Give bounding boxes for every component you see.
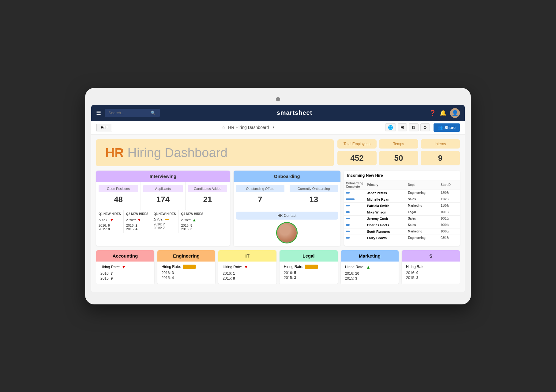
onboarding-panel: Onboarding Outstanding Offers 7 Currentl…	[234, 171, 340, 246]
hr-contact-label: HR Contact	[277, 213, 296, 218]
dept-legal-header: Legal	[280, 250, 338, 262]
edit-button[interactable]: Edit	[96, 124, 112, 131]
dept-marketing-body: Hiring Rate: ▲ 2016: 10 2015: 3	[341, 262, 399, 284]
name-cell: Jeremy Cook	[365, 215, 406, 222]
dept-engineering-body: Hiring Rate: 2016: 3 2015: 4	[157, 262, 216, 284]
candidates-added-label: Candidates Added	[188, 185, 227, 192]
q4-arrow: ▲	[192, 217, 196, 222]
q1-2016: 2016: 6	[99, 224, 121, 227]
applicants-cell: Applicants 174	[141, 182, 186, 210]
q1-2015: 2015: 8	[99, 227, 121, 231]
dept-it-header: IT	[218, 250, 276, 262]
dashboard-title: HR Hiring Dashboard	[105, 145, 227, 160]
hamburger-icon[interactable]: ☰	[96, 110, 101, 116]
app-name-bold: smart	[277, 109, 295, 116]
share-button[interactable]: 👥 Share	[434, 123, 460, 132]
marketing-arrow: ▲	[366, 265, 370, 270]
globe-icon-btn[interactable]: 🌐	[385, 123, 396, 131]
interviewing-header: Interviewing	[96, 171, 230, 182]
newhire-table: OnboardingComplete Primary Dept Start D …	[344, 180, 460, 241]
progress-cell	[344, 196, 365, 202]
col-start: Start D	[439, 180, 460, 190]
dept-accounting-header: Accounting	[96, 250, 154, 262]
stats-values: 452 50 9	[337, 151, 460, 165]
q2-arrow: ▼	[137, 217, 141, 222]
q2-2016: 2016: 2	[126, 224, 148, 227]
accounting-arrow: ▼	[122, 265, 126, 270]
app-title: smartsheet	[163, 109, 426, 116]
temps-value: 50	[383, 153, 415, 163]
total-employees-card: Total Employees	[337, 139, 377, 149]
interviewing-metrics: Open Positions 48 Applicants 174 Candida…	[96, 182, 230, 210]
dept-cell: Marketing	[406, 202, 439, 209]
progress-bar	[346, 192, 350, 194]
open-positions-cell: Open Positions 48	[96, 182, 141, 210]
layout-icon-btn[interactable]: ⊞	[398, 123, 407, 131]
col-onboarding: OnboardingComplete	[344, 180, 365, 190]
col-primary: Primary	[365, 180, 406, 190]
dept-engineering: Engineering Hiring Rate: 2016: 3 2015: 4	[157, 250, 216, 284]
temps-card: Temps	[379, 139, 418, 149]
bell-icon[interactable]: 🔔	[440, 110, 446, 116]
toolbar-center: ☆ HR Hiring Dashboard ⋮	[116, 125, 381, 130]
dept-accounting-body: Hiring Rate: ▼ 2016: 7 2015: 9	[96, 262, 154, 284]
date-cell: 10/18/	[439, 215, 460, 222]
star-icon[interactable]: ☆	[222, 125, 226, 130]
date-cell: 11/07/	[439, 202, 460, 209]
progress-bar	[346, 237, 350, 239]
avatar[interactable]: 👤	[450, 108, 460, 118]
hr-avatar-img	[277, 223, 297, 243]
q3-2015: 2015: 7	[154, 226, 176, 230]
interns-card: Interns	[421, 139, 460, 149]
progress-bar	[346, 231, 350, 232]
table-row: Mike Wilson Legal 10/10/	[344, 209, 460, 215]
interns-label: Interns	[424, 142, 456, 146]
settings-icon-btn[interactable]: ⚙	[420, 123, 430, 131]
q4-2016: 2016: 8	[181, 224, 203, 227]
date-cell: 10/03/	[439, 228, 460, 235]
hr-contact-box: HR Contact	[236, 212, 338, 220]
search-input[interactable]	[108, 111, 148, 115]
present-icon-btn[interactable]: 🖥	[409, 123, 419, 131]
applicants-value: 174	[143, 195, 183, 204]
total-employees-value: 452	[341, 153, 373, 163]
candidates-added-value: 21	[188, 195, 227, 204]
progress-bar	[346, 205, 350, 206]
share-icon: 👥	[438, 125, 443, 130]
more-icon[interactable]: ⋮	[271, 125, 276, 130]
it-arrow: ▼	[244, 265, 248, 270]
app-name-regular: sheet	[295, 109, 312, 116]
dept-cell: Sales	[406, 215, 439, 222]
date-cell: 10/04/	[439, 222, 460, 228]
search-bar[interactable]: 🔍	[105, 109, 160, 117]
help-icon[interactable]: ❓	[429, 110, 436, 116]
table-row: Janet Peters Engineering 12/05/	[344, 190, 460, 196]
progress-bar	[346, 211, 350, 213]
dept-cell: Engineering	[406, 235, 439, 241]
table-row: Scott Runners Marketing 10/03/	[344, 228, 460, 235]
q1-delta-label: Δ YoY:	[99, 218, 108, 222]
table-row: Jeremy Cook Sales 10/18/	[344, 215, 460, 222]
name-cell: Larry Brown	[365, 235, 406, 241]
quarters-row: Q1 NEW HIRES Δ YoY: ▼ 2016: 6 2015: 8 Q2…	[96, 210, 230, 233]
stats-group: Total Employees Temps Interns 452	[337, 139, 460, 166]
q4-2015: 2015: 3	[181, 227, 203, 231]
dept-cell: Marketing	[406, 228, 439, 235]
header-row: HR Hiring Dashboard Total Employees Temp…	[96, 139, 460, 166]
dept-cell: Sales	[406, 222, 439, 228]
outstanding-offers-cell: Outstanding Offers 7	[234, 182, 287, 210]
date-cell: 11/28/	[439, 196, 460, 202]
interns-value-card: 9	[421, 151, 460, 165]
dept-row: Accounting Hiring Rate: ▼ 2016: 7 2015: …	[96, 250, 460, 284]
header-banner: HR Hiring Dashboard	[96, 139, 334, 166]
progress-cell	[344, 235, 365, 241]
temps-value-card: 50	[379, 151, 418, 165]
hr-avatar	[276, 222, 298, 243]
main-content: HR Hiring Dashboard Total Employees Temp…	[91, 134, 465, 292]
table-row: Charles Peets Sales 10/04/	[344, 222, 460, 228]
date-cell: 12/05/	[439, 190, 460, 196]
legal-bar	[305, 265, 318, 269]
currently-onboarding-cell: Currently Onboarding 13	[287, 182, 340, 210]
total-employees-label: Total Employees	[341, 142, 373, 146]
name-cell: Mike Wilson	[365, 209, 406, 215]
